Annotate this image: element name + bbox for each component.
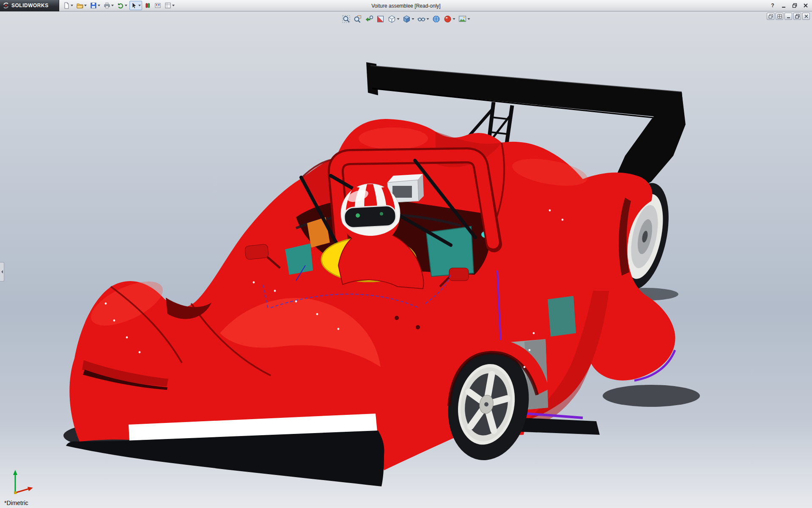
minimize-document-icon [786, 14, 791, 19]
select-cursor-icon [131, 2, 137, 9]
options-sheet-button[interactable] [163, 1, 176, 10]
help-button[interactable]: ? [768, 1, 777, 9]
view-orientation-label: *Dimetric [4, 500, 28, 506]
cascade-icon [768, 14, 773, 19]
section-view-button[interactable] [376, 14, 386, 24]
apply-scene-button[interactable] [458, 14, 471, 24]
view-orientation-icon [388, 15, 396, 23]
new-document-button[interactable] [62, 1, 74, 10]
dropdown-caret[interactable] [84, 5, 87, 6]
close-icon [803, 3, 808, 8]
close-document-button[interactable] [802, 13, 810, 20]
select-button[interactable] [129, 1, 142, 10]
new-document-icon [63, 2, 70, 9]
section-view-icon [376, 15, 385, 23]
dropdown-caret[interactable] [125, 5, 127, 6]
zoom-to-area-icon [354, 15, 362, 23]
left-mirror[interactable] [244, 244, 269, 260]
edit-color-icon [154, 2, 161, 9]
print-icon [104, 2, 110, 9]
options-sheet-icon [165, 2, 171, 9]
minimize-icon [781, 3, 786, 8]
view-orientation-button[interactable] [387, 14, 401, 24]
save-icon [90, 2, 97, 9]
heads-up-view-toolbar [341, 14, 471, 24]
cascade-document-button[interactable] [767, 13, 774, 20]
solidworks-logo-icon [3, 2, 9, 9]
graphics-viewport[interactable]: *Dimetric [0, 11, 812, 508]
restore-document-button[interactable] [793, 13, 801, 20]
edit-color-button[interactable] [153, 1, 162, 10]
save-button[interactable] [89, 1, 102, 10]
zoom-to-area-button[interactable] [353, 14, 363, 24]
display-style-icon [403, 15, 411, 23]
close-button[interactable] [801, 1, 810, 9]
dropdown-caret[interactable] [397, 18, 400, 20]
display-style-button[interactable] [402, 14, 415, 24]
standard-toolbar [62, 1, 176, 10]
view-settings-button[interactable] [431, 14, 442, 24]
close-document-icon [804, 14, 809, 19]
expand-panel-arrow-icon [1, 270, 3, 274]
dropdown-caret[interactable] [453, 18, 455, 20]
helmet-visor [344, 205, 396, 228]
reference-triad [8, 467, 37, 496]
document-window-controls [767, 13, 810, 20]
driver-helmet[interactable] [341, 184, 400, 243]
dropdown-caret[interactable] [111, 5, 114, 6]
brand-text: SOLIDWORKS [11, 3, 49, 8]
minimize-document-button[interactable] [785, 13, 792, 20]
dropdown-caret[interactable] [71, 5, 73, 6]
titlebar: SOLIDWORKS [0, 0, 812, 11]
restore-icon [792, 3, 797, 8]
dropdown-caret[interactable] [412, 18, 414, 20]
dropdown-caret[interactable] [172, 5, 175, 6]
print-button[interactable] [102, 1, 115, 10]
feature-manager-collapsed-tab[interactable] [0, 262, 4, 282]
solidworks-logo: SOLIDWORKS [0, 0, 59, 11]
restore-button[interactable] [790, 1, 799, 9]
dropdown-caret[interactable] [98, 5, 100, 6]
dropdown-caret[interactable] [427, 18, 429, 20]
tile-document-button[interactable] [776, 13, 783, 20]
selection-filter-icon [144, 2, 151, 9]
apply-scene-icon [458, 15, 467, 23]
dropdown-caret[interactable] [468, 18, 470, 20]
dropdown-caret[interactable] [138, 5, 141, 6]
open-folder-icon [77, 2, 83, 9]
hide-show-items-icon [417, 15, 426, 23]
right-mirror[interactable] [449, 268, 469, 281]
undo-button[interactable] [116, 1, 129, 10]
model-race-car[interactable] [0, 11, 812, 508]
selection-filter-button[interactable] [143, 1, 152, 10]
edit-appearance-button[interactable] [443, 14, 456, 24]
hide-show-items-button[interactable] [417, 14, 430, 24]
zoom-to-fit-icon [342, 15, 351, 23]
side-teal-opening [548, 296, 576, 337]
restore-document-icon [795, 14, 800, 19]
tile-icon [777, 14, 782, 19]
edit-appearance-icon [444, 15, 452, 23]
window-controls: ? [768, 1, 810, 9]
undo-icon [117, 2, 124, 9]
zoom-to-fit-button[interactable] [341, 14, 351, 24]
previous-view-icon [365, 15, 373, 23]
previous-view-button[interactable] [364, 14, 374, 24]
view-settings-globe-icon [432, 15, 441, 23]
minimize-button[interactable] [779, 1, 788, 9]
open-document-button[interactable] [75, 1, 88, 10]
